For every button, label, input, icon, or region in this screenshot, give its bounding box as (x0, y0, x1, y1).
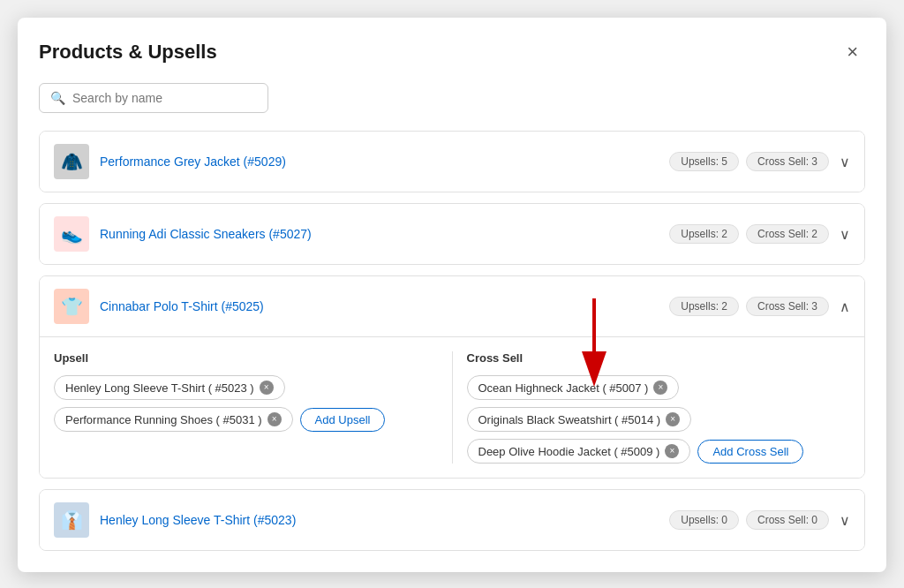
crosssell-item-1: Ocean Highneck Jacket ( #5007 ) × (467, 375, 851, 400)
crosssell-tag-2: Originals Black Sweatshirt ( #5014 ) × (467, 407, 692, 432)
upsell-remove-2[interactable]: × (267, 412, 282, 426)
upsell-tag-2: Performance Running Shoes ( #5031 ) × (54, 407, 293, 432)
product-card-2: 👟 Running Adi Classic Sneakers (#5027) U… (39, 203, 865, 265)
upsell-section-title: Upsell (54, 351, 438, 365)
upsell-tag-list: Henley Long Sleeve T-Shirt ( #5023 ) × P… (54, 375, 438, 432)
product-image-1: 🧥 (54, 144, 89, 179)
crosssell-item-2: Originals Black Sweatshirt ( #5014 ) × (467, 407, 851, 432)
crosssell-badge-2: Cross Sell: 2 (746, 224, 829, 244)
crosssell-remove-3[interactable]: × (665, 444, 679, 458)
upsell-tag-label-1: Henley Long Sleeve T-Shirt ( #5023 ) (65, 381, 254, 395)
upsell-item-2: Performance Running Shoes ( #5031 ) × Ad… (54, 407, 438, 432)
upsell-tag-label-2: Performance Running Shoes ( #5031 ) (65, 413, 262, 426)
product-header-1[interactable]: 🧥 Performance Grey Jacket (#5029) Upsell… (40, 132, 864, 192)
crosssell-badge-4: Cross Sell: 0 (746, 510, 829, 530)
product-badges-4: Upsells: 0 Cross Sell: 0 (669, 510, 829, 530)
crosssell-badge-3: Cross Sell: 3 (746, 297, 829, 316)
crosssell-remove-2[interactable]: × (666, 412, 680, 426)
product-card-1: 🧥 Performance Grey Jacket (#5029) Upsell… (39, 131, 865, 192)
chevron-icon-4: ∨ (840, 512, 850, 529)
upsells-badge-4: Upsells: 0 (669, 510, 739, 530)
chevron-icon-3: ∧ (840, 298, 850, 315)
chevron-icon-1: ∨ (840, 154, 850, 170)
modal-title: Products & Upsells (39, 41, 217, 64)
crosssell-tag-list: Ocean Highneck Jacket ( #5007 ) × Origin… (467, 375, 851, 464)
upsell-section: Upsell Henley Long Sleeve T-Shirt ( #502… (54, 351, 452, 464)
crosssell-badge-1: Cross Sell: 3 (746, 152, 829, 171)
upsells-badge-2: Upsells: 2 (669, 224, 739, 244)
add-upsell-button[interactable]: Add Upsell (300, 408, 386, 432)
product-badges-2: Upsells: 2 Cross Sell: 2 (669, 224, 829, 244)
crosssell-tag-3: Deep Olive Hoodie Jacket ( #5009 ) × (467, 439, 691, 464)
crosssell-tag-1: Ocean Highneck Jacket ( #5007 ) × (467, 375, 680, 400)
crosssell-section-title: Cross Sell (467, 351, 851, 365)
modal: Products & Upsells × 🔍 🧥 Performance Gre… (18, 18, 886, 572)
crosssell-tag-label-3: Deep Olive Hoodie Jacket ( #5009 ) (478, 445, 660, 458)
upsells-badge-3: Upsells: 2 (669, 297, 739, 316)
upsells-badge-1: Upsells: 5 (669, 152, 739, 171)
upsell-remove-1[interactable]: × (260, 381, 274, 395)
modal-header: Products & Upsells × (39, 39, 865, 65)
product-body-3: Upsell Henley Long Sleeve T-Shirt ( #502… (40, 336, 864, 478)
search-input[interactable] (72, 91, 257, 105)
product-card-4: 👔 Henley Long Sleeve T-Shirt (#5023) Ups… (39, 489, 865, 551)
product-name-2: Running Adi Classic Sneakers (#5027) (100, 227, 652, 241)
product-badges-1: Upsells: 5 Cross Sell: 3 (669, 152, 829, 171)
chevron-icon-2: ∨ (840, 226, 850, 243)
crosssell-tag-label-1: Ocean Highneck Jacket ( #5007 ) (478, 381, 649, 395)
close-button[interactable]: × (840, 39, 865, 65)
crosssell-item-3: Deep Olive Hoodie Jacket ( #5009 ) × Add… (467, 439, 851, 464)
product-name-1: Performance Grey Jacket (#5029) (100, 155, 652, 169)
search-icon: 🔍 (50, 91, 65, 105)
add-crosssell-button[interactable]: Add Cross Sell (697, 440, 803, 464)
upsell-item-1: Henley Long Sleeve T-Shirt ( #5023 ) × (54, 375, 438, 400)
product-list: 🧥 Performance Grey Jacket (#5029) Upsell… (39, 131, 865, 551)
search-box: 🔍 (39, 83, 268, 113)
product-name-3: Cinnabar Polo T-Shirt (#5025) (100, 299, 652, 313)
product-name-4: Henley Long Sleeve T-Shirt (#5023) (100, 513, 652, 527)
product-header-3[interactable]: 👕 Cinnabar Polo T-Shirt (#5025) Upsells:… (40, 276, 864, 336)
product-card-3: 👕 Cinnabar Polo T-Shirt (#5025) Upsells:… (39, 275, 865, 479)
crosssell-remove-1[interactable]: × (653, 381, 667, 395)
product-header-4[interactable]: 👔 Henley Long Sleeve T-Shirt (#5023) Ups… (40, 490, 864, 550)
product-image-3: 👕 (54, 289, 89, 324)
product-badges-3: Upsells: 2 Cross Sell: 3 (669, 297, 829, 316)
upsell-tag-1: Henley Long Sleeve T-Shirt ( #5023 ) × (54, 375, 285, 400)
product-header-2[interactable]: 👟 Running Adi Classic Sneakers (#5027) U… (40, 204, 864, 264)
crosssell-tag-label-2: Originals Black Sweatshirt ( #5014 ) (478, 413, 661, 426)
crosssell-section: Cross Sell Ocean Highneck Jacket ( #5007… (452, 351, 851, 464)
product-image-4: 👔 (54, 502, 89, 538)
product-image-2: 👟 (54, 216, 89, 252)
